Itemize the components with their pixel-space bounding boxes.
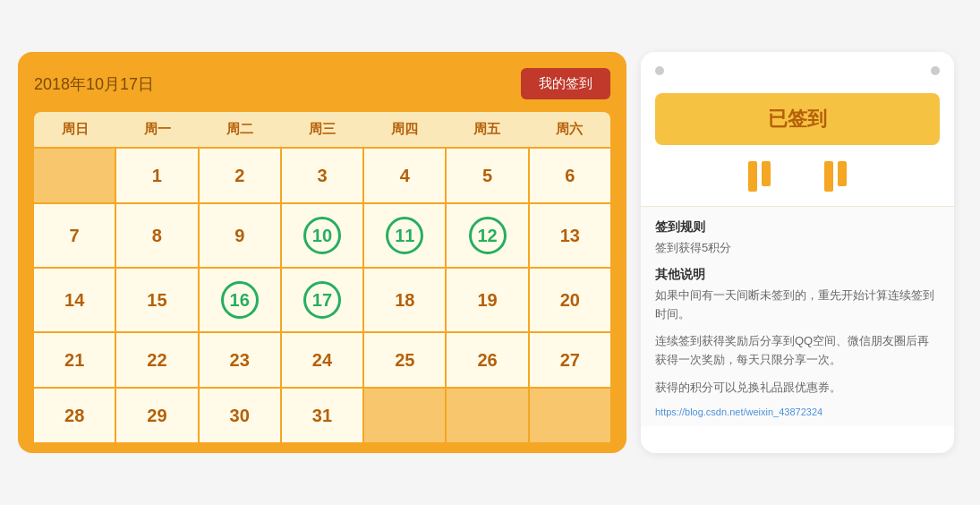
day-cell[interactable]: 9 (200, 204, 280, 267)
day-cell[interactable]: 17 (282, 269, 362, 331)
day-cell[interactable]: 8 (116, 204, 197, 267)
bar-right-2 (838, 161, 847, 186)
day-cell[interactable]: 4 (364, 149, 445, 202)
dot-left (655, 66, 664, 75)
day-cell (530, 389, 610, 442)
day-cell (34, 149, 115, 202)
right-panel: 已签到 签到规则 签到获得5积分 其他说明 如果中间有一天间断未签到的，重先开始… (641, 52, 954, 453)
streak-right (824, 161, 847, 192)
note-2: 连续签到获得奖励后分享到QQ空间、微信朋友圈后再获得一次奖励，每天只限分享一次。 (655, 332, 940, 370)
note-1: 如果中间有一天间断未签到的，重先开始计算连续签到时间。 (655, 287, 940, 324)
day-cell[interactable]: 18 (364, 269, 445, 331)
day-cell[interactable]: 31 (282, 389, 362, 442)
calendar-header: 2018年10月17日 我的签到 (34, 68, 610, 99)
bars-right (824, 161, 847, 192)
rule-title: 签到规则 (655, 219, 940, 235)
note-3: 获得的积分可以兑换礼品跟优惠券。 (655, 379, 940, 398)
streak-bar (641, 152, 954, 206)
day-cell (364, 389, 445, 442)
bar-right-1 (824, 161, 833, 192)
day-cell[interactable]: 14 (34, 269, 115, 331)
day-cell[interactable]: 15 (116, 269, 197, 331)
day-cell[interactable]: 6 (530, 149, 610, 202)
streak-left (748, 161, 771, 192)
signed-section: 已签到 (641, 75, 954, 152)
watermark: https://blog.csdn.net/weixin_43872324 (655, 407, 940, 417)
info-panel: 签到规则 签到获得5积分 其他说明 如果中间有一天间断未签到的，重先开始计算连续… (641, 206, 954, 426)
day-cell[interactable]: 1 (116, 149, 197, 202)
day-cell[interactable]: 2 (200, 149, 280, 202)
panel-top-dots (641, 52, 954, 75)
weekday-cell: 周二 (199, 112, 281, 147)
day-cell[interactable]: 24 (282, 333, 362, 387)
weekday-cell: 周六 (528, 112, 610, 147)
weekday-header: 周日周一周二周三周四周五周六 (34, 112, 610, 147)
day-cell[interactable]: 3 (282, 149, 362, 202)
dot-right (931, 66, 940, 75)
calendar-panel: 2018年10月17日 我的签到 周日周一周二周三周四周五周六 12345678… (18, 52, 626, 453)
day-cell[interactable]: 13 (530, 204, 610, 267)
day-cell[interactable]: 10 (282, 204, 362, 267)
day-cell[interactable]: 12 (447, 204, 527, 267)
day-cell[interactable]: 7 (34, 204, 115, 267)
note-title: 其他说明 (655, 267, 940, 283)
day-cell (447, 389, 527, 442)
my-checkin-button[interactable]: 我的签到 (521, 68, 610, 99)
day-cell[interactable]: 20 (530, 269, 610, 331)
top-left-dots (655, 66, 664, 75)
day-cell[interactable]: 28 (34, 389, 115, 442)
bar-left-1 (748, 161, 757, 192)
main-container: 2018年10月17日 我的签到 周日周一周二周三周四周五周六 12345678… (0, 34, 980, 471)
day-cell[interactable]: 27 (530, 333, 610, 387)
weekday-cell: 周三 (281, 112, 363, 147)
bars-left (748, 161, 771, 192)
day-cell[interactable]: 5 (447, 149, 527, 202)
signed-button[interactable]: 已签到 (655, 93, 940, 145)
weekday-cell: 周日 (34, 112, 116, 147)
rule-text: 签到获得5积分 (655, 239, 940, 258)
weekday-cell: 周一 (116, 112, 199, 147)
day-cell[interactable]: 19 (447, 269, 527, 331)
day-cell[interactable]: 25 (364, 333, 445, 387)
calendar-title: 2018年10月17日 (34, 73, 154, 95)
calendar-grid: 1234567891011121314151617181920212223242… (34, 149, 610, 442)
day-cell[interactable]: 21 (34, 333, 115, 387)
weekday-cell: 周四 (363, 112, 446, 147)
day-cell[interactable]: 26 (447, 333, 527, 387)
day-cell[interactable]: 16 (200, 269, 280, 331)
day-cell[interactable]: 29 (116, 389, 197, 442)
day-cell[interactable]: 22 (116, 333, 197, 387)
day-cell[interactable]: 30 (200, 389, 280, 442)
top-right-dots (931, 66, 940, 75)
weekday-cell: 周五 (446, 112, 528, 147)
day-cell[interactable]: 23 (200, 333, 280, 387)
bar-left-2 (762, 161, 771, 186)
day-cell[interactable]: 11 (364, 204, 445, 267)
